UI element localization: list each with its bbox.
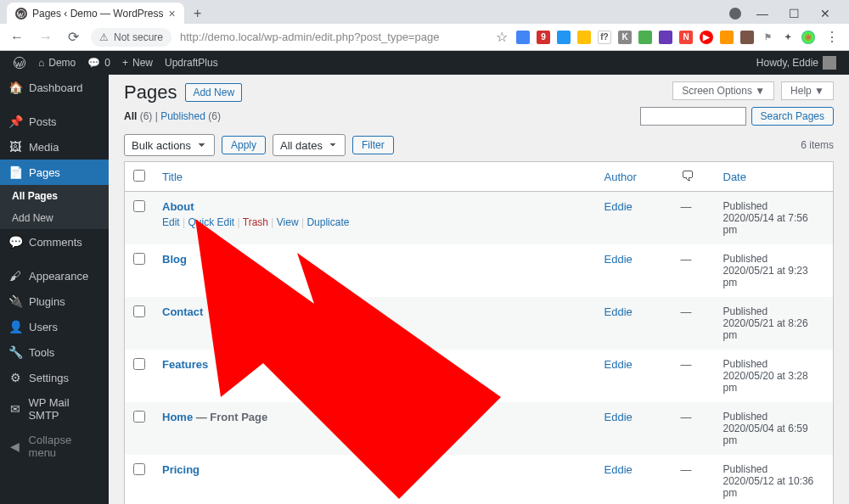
author-link[interactable]: Eddie: [604, 305, 633, 318]
wp-logo[interactable]: [7, 56, 32, 70]
back-button[interactable]: ←: [7, 28, 27, 47]
ext-icon[interactable]: [740, 31, 754, 44]
pages-icon: 📄: [8, 165, 22, 179]
row-title-link[interactable]: Blog: [162, 253, 187, 266]
screen-options-button[interactable]: Screen Options ▼: [672, 81, 774, 100]
close-icon[interactable]: ×: [169, 7, 176, 20]
filter-published[interactable]: Published: [160, 110, 205, 122]
close-window-icon[interactable]: ✕: [815, 5, 835, 22]
home-icon: ⌂: [38, 57, 44, 69]
security-label: Not secure: [114, 31, 163, 43]
col-title[interactable]: Title: [162, 171, 183, 183]
menu-settings[interactable]: ⚙Settings: [0, 365, 109, 390]
ext-icon[interactable]: f?: [598, 31, 611, 44]
bulk-actions-select[interactable]: Bulk actions: [124, 134, 215, 156]
flag-icon[interactable]: ⚑: [761, 31, 774, 44]
item-count: 6 items: [801, 139, 834, 151]
date-cell: Published2020/05/20 at 3:28 pm: [715, 350, 834, 402]
submenu-all-pages[interactable]: All Pages: [0, 185, 109, 207]
updraft-link[interactable]: UpdraftPlus: [159, 57, 224, 69]
edit-link[interactable]: Edit: [162, 216, 180, 228]
author-link[interactable]: Eddie: [604, 358, 633, 371]
row-title-link[interactable]: Contact: [162, 305, 203, 318]
filter-button[interactable]: Filter: [352, 136, 394, 154]
row-checkbox[interactable]: [133, 305, 145, 317]
author-link[interactable]: Eddie: [604, 253, 633, 266]
ext-icon[interactable]: ▶: [700, 31, 713, 44]
ext-icon[interactable]: [557, 31, 571, 44]
row-title-link[interactable]: Features: [162, 358, 208, 371]
menu-dashboard[interactable]: 🏠Dashboard: [0, 75, 109, 100]
ext-icon[interactable]: [720, 31, 734, 44]
author-link[interactable]: Eddie: [604, 200, 633, 213]
menu-comments[interactable]: 💬Comments: [0, 229, 109, 255]
col-date[interactable]: Date: [723, 171, 746, 183]
page-title: Pages: [124, 81, 177, 104]
dates-select[interactable]: All dates: [273, 134, 346, 156]
search-input[interactable]: [640, 107, 746, 126]
avatar: [823, 56, 836, 70]
minimize-icon[interactable]: —: [751, 5, 773, 22]
quick-edit-link[interactable]: Quick Edit: [188, 216, 234, 228]
collapse-menu[interactable]: ◀Collapse menu: [0, 428, 109, 465]
comment-icon[interactable]: 🗨: [681, 169, 694, 183]
row-title-link[interactable]: Pricing: [162, 463, 200, 476]
comments-cell: —: [672, 297, 715, 350]
puzzle-icon[interactable]: ✦: [781, 31, 795, 44]
url-text[interactable]: http://demo.local/wp-admin/edit.php?post…: [180, 31, 439, 43]
row-checkbox[interactable]: [133, 358, 145, 370]
site-name[interactable]: ⌂Demo: [32, 57, 82, 69]
menu-wpmail[interactable]: ✉WP Mail SMTP: [0, 390, 109, 428]
ext-icon[interactable]: [577, 31, 591, 44]
ext-icon[interactable]: 9: [537, 31, 550, 44]
duplicate-link[interactable]: Duplicate: [306, 216, 349, 228]
profile-icon[interactable]: [801, 31, 815, 44]
ext-icon[interactable]: [638, 31, 652, 44]
menu-posts[interactable]: 📌Posts: [0, 109, 109, 134]
bookmark-icon[interactable]: ☆: [496, 29, 508, 45]
wp-adminbar: ⌂Demo 💬0 +New UpdraftPlus Howdy, Eddie: [0, 51, 849, 75]
date-cell: Published2020/05/04 at 6:59 pm: [715, 402, 834, 455]
menu-tools[interactable]: 🔧Tools: [0, 339, 109, 365]
row-checkbox[interactable]: [133, 253, 145, 265]
menu-plugins[interactable]: 🔌Plugins: [0, 288, 109, 314]
maximize-icon[interactable]: ☐: [784, 5, 805, 22]
ext-icon[interactable]: N: [679, 31, 693, 44]
view-link[interactable]: View: [277, 216, 299, 228]
new-tab-button[interactable]: +: [189, 5, 206, 22]
row-title-link[interactable]: About: [162, 200, 194, 213]
row-checkbox[interactable]: [133, 200, 145, 212]
filter-all[interactable]: All: [124, 110, 137, 122]
menu-pages[interactable]: 📄Pages: [0, 160, 109, 185]
select-all-checkbox[interactable]: [133, 170, 145, 182]
reload-button[interactable]: ⟳: [65, 27, 82, 47]
apply-button[interactable]: Apply: [222, 136, 266, 154]
ext-icon[interactable]: [659, 31, 672, 44]
new-content[interactable]: +New: [116, 57, 159, 69]
menu-users[interactable]: 👤Users: [0, 314, 109, 339]
account-icon[interactable]: [729, 8, 741, 20]
settings-icon: ⚙: [8, 371, 22, 384]
ext-icon[interactable]: [516, 31, 530, 44]
menu-appearance[interactable]: 🖌Appearance: [0, 263, 109, 288]
help-button[interactable]: Help ▼: [781, 81, 834, 100]
comments-count[interactable]: 💬0: [82, 57, 116, 69]
submenu-add-new[interactable]: Add New: [0, 207, 109, 229]
add-new-button[interactable]: Add New: [185, 83, 242, 102]
browser-tab[interactable]: Pages ‹ Demo — WordPress ×: [7, 3, 184, 25]
menu-icon[interactable]: ⋮: [822, 27, 842, 47]
author-link[interactable]: Eddie: [604, 411, 633, 423]
security-indicator[interactable]: ⚠ Not secure: [91, 28, 171, 47]
search-button[interactable]: Search Pages: [751, 107, 834, 126]
howdy[interactable]: Howdy, Eddie: [751, 56, 842, 70]
author-link[interactable]: Eddie: [604, 463, 633, 476]
col-author[interactable]: Author: [596, 162, 672, 192]
status-filters: All (6) | Published (6): [124, 110, 221, 122]
row-checkbox[interactable]: [133, 411, 145, 423]
row-title-link[interactable]: Home: [162, 411, 193, 423]
row-checkbox[interactable]: [133, 463, 145, 475]
date-cell: Published2020/05/14 at 7:56 pm: [715, 192, 834, 245]
menu-media[interactable]: 🖼Media: [0, 134, 109, 160]
trash-link[interactable]: Trash: [243, 216, 268, 228]
ext-icon[interactable]: K: [618, 31, 632, 44]
